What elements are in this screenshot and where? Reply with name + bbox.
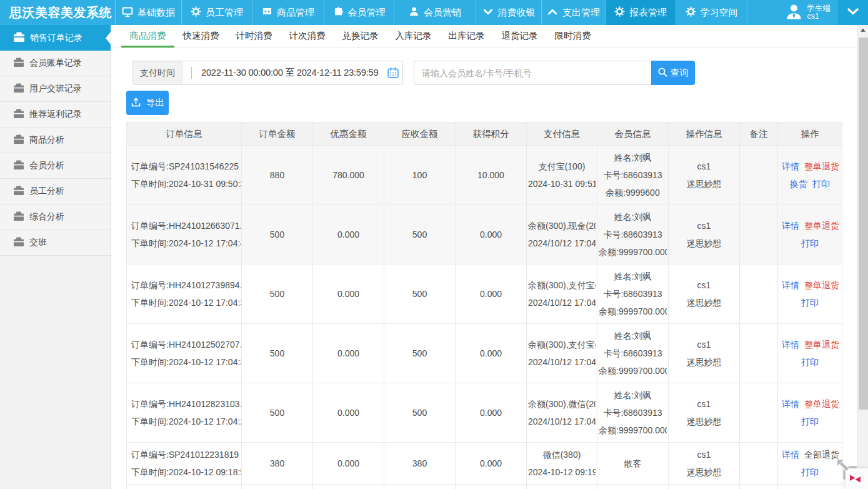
sidebar-item-shift-records[interactable]: 用户交班记录 [0,76,111,102]
cell-line: 500 [243,285,311,303]
user-account[interactable]: 学生端 cs1 [785,0,837,25]
action-link-refund[interactable]: 整单退货 [804,280,839,290]
cell-actions: 详情整单退货换货打印 [778,146,842,205]
action-link-print[interactable]: 打印 [812,179,830,189]
nav-item-learning-space[interactable]: 学习空间 [676,0,747,25]
cell-order-info: 订单编号:HH241012502707.1下单时间:2024-10-12 17:… [127,324,242,383]
action-link-detail[interactable]: 详情 [782,399,799,409]
action-link-print[interactable]: 打印 [801,238,819,248]
sidebar-item-shift[interactable]: 交班 [0,230,111,256]
action-link-print[interactable]: 打印 [801,467,819,477]
scrollbar-thumb[interactable] [859,38,868,410]
col-discount-amount: 优惠金额 [313,123,384,146]
tab-timed-consume[interactable]: 计时消费 [227,25,281,48]
sidebar-item-comprehensive-analysis[interactable]: 综合分析 [0,204,111,230]
vertical-scrollbar[interactable] [857,25,868,489]
action-link-detail[interactable]: 详情 [782,161,799,171]
sidebar-item-product-analysis[interactable]: 商品分析 [0,128,111,153]
nav-item-expense-mgmt[interactable]: 支出管理 [542,0,606,25]
nav-item-report-mgmt[interactable]: 报表管理 [606,0,676,25]
col-operator-info: 操作信息 [669,123,740,146]
action-link-detail[interactable]: 详情 [782,280,799,290]
cell-line: 2024-10-12 09:19:05 [528,463,596,481]
cell-line: 2024-10-31 09:51:20 [528,175,596,193]
tab-count-consume[interactable]: 计次消费 [281,25,334,48]
cell-operator-info: cs1迷思妙想 [669,146,740,205]
action-link-print[interactable]: 打印 [801,416,819,426]
navbar-collapse-button[interactable] [837,0,868,25]
tab-exchange-records[interactable]: 兑换记录 [334,25,387,48]
sidebar-item-label: 员工分析 [29,186,64,197]
nav-item-staff-mgmt[interactable]: 员工管理 [182,0,252,25]
cell-line: 订单编号:SP241031546225 [131,158,241,175]
action-link-exchange[interactable]: 换货 [790,179,807,189]
tab-return-records[interactable]: 退货记录 [493,25,546,48]
table-row [127,485,842,489]
pay-time-label-button[interactable]: 支付时间 [132,61,182,85]
tab-quick-consume[interactable]: 快速消费 [174,25,227,48]
nav-item-consume-cashier[interactable]: 消费收银 [476,0,542,25]
action-link-detail[interactable]: 详情 [782,221,799,231]
scroll-up-button[interactable] [858,25,868,36]
sidebar-item-member-bills[interactable]: 会员账单记录 [0,51,111,76]
action-link-detail[interactable]: 详情 [782,450,799,460]
cell-line: 订单编号:SP241012231819 [131,446,241,463]
nav-item-member-marketing[interactable]: 会员营销 [394,0,476,25]
tab-limited-consume[interactable]: 限时消费 [546,25,599,48]
cell-member-info: 散客 [597,443,669,485]
cell-discount-amount: 0.000 [313,443,384,485]
sidebar-item-sales-orders[interactable]: 销售订单记录 [0,25,111,51]
cell-receivable-amount: 500 [384,265,456,324]
cell-order-amount: 500 [242,383,313,443]
gear-icon [614,6,625,19]
search-button[interactable]: 查询 [651,61,695,85]
cell-receivable-amount: 500 [384,383,456,443]
sidebar-item-member-analysis[interactable]: 会员分析 [0,153,111,179]
calendar-icon[interactable] [387,67,399,79]
action-link-refund[interactable]: 整单退货 [804,221,839,231]
floating-widget-panel[interactable] [846,468,868,489]
action-link-refund[interactable]: 整单退货 [804,340,839,350]
action-link-refund[interactable]: 整单退货 [804,399,839,409]
nav-item-product-mgmt[interactable]: 商品管理 [252,0,324,25]
cell-payment-info: 支付宝(100)2024-10-31 09:51:20 [527,146,597,205]
action-link-refund[interactable]: 全部退货 [804,450,839,460]
action-link-refund[interactable]: 整单退货 [804,161,839,171]
cell-line: 详情整单退货 [779,217,841,234]
cell-line: 0.000 [314,404,382,421]
search-icon [657,67,668,79]
cell-discount-amount: 780.000 [313,146,384,205]
sidebar-item-staff-analysis[interactable]: 员工分析 [0,179,111,204]
empty-cell [669,485,740,489]
cell-points-earned: 0.000 [456,383,527,443]
shop-icon [262,6,272,19]
tab-product-consume[interactable]: 商品消费 [121,25,174,48]
cell-line: 支付宝(100) [528,158,596,175]
date-range-input[interactable]: 2022-11-30 00:00:00 至 2024-12-11 23:59:5… [182,61,403,85]
cell-line: 500 [243,404,311,421]
cell-line: 迷思妙想 [670,234,738,252]
search-input[interactable] [414,61,651,85]
nav-item-member-mgmt[interactable]: 会员管理 [324,0,394,25]
table-row: 订单编号:HH241012739894.1下单时间:2024-10-12 17:… [127,265,842,324]
orders-table: 订单信息 订单金额 优惠金额 应收金额 获得积分 支付信息 会员信息 操作信息 … [126,122,843,489]
cell-line: 余额:9999700.000 [599,362,667,380]
cell-order-info: 订单编号:HH241012663071.1下单时间:2024-10-12 17:… [127,205,242,265]
cell-order-amount: 500 [242,265,313,324]
action-link-print[interactable]: 打印 [801,298,819,308]
tab-inbound-records[interactable]: 入库记录 [387,25,440,48]
cell-points-earned: 0.000 [456,324,527,383]
cell-payment-info: 余额(300),微信(200)2024/10/12 17:04:27 [527,383,597,443]
table-row: 订单编号:HH241012663071.1下单时间:2024-10-12 17:… [127,205,842,265]
tab-outbound-records[interactable]: 出库记录 [440,25,493,48]
cell-line: cs1 [670,217,738,234]
sidebar-item-referral-rebates[interactable]: 推荐返利记录 [0,102,111,128]
action-link-print[interactable]: 打印 [801,357,819,367]
nav-item-label: 会员管理 [348,7,386,19]
export-button[interactable]: 导出 [126,91,169,115]
action-link-detail[interactable]: 详情 [782,340,799,350]
cell-order-amount: 500 [242,324,313,383]
cell-line: 卡号:68603913 [599,404,667,421]
nav-item-basic-data[interactable]: 基础数据 [116,0,182,25]
cell-line: 姓名:刘飒 [599,268,667,285]
